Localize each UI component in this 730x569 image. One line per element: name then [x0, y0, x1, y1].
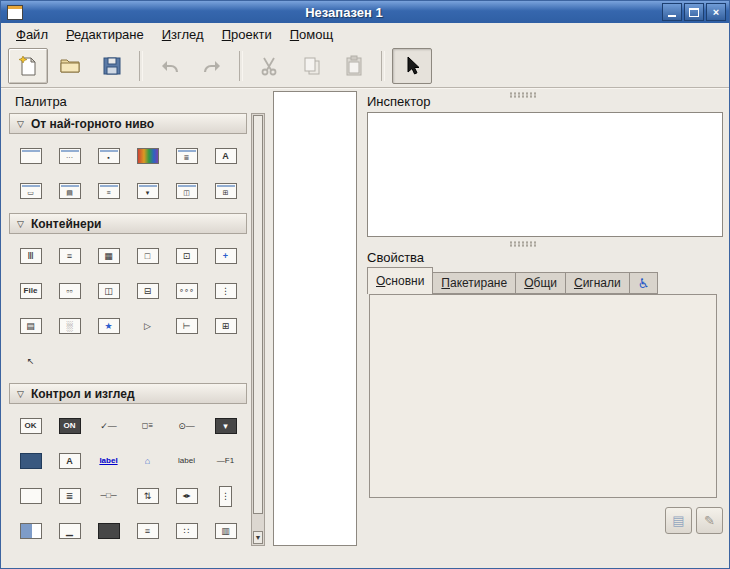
- palette-item-hpaned[interactable]: ◫: [93, 279, 125, 303]
- tab-accessibility[interactable]: ♿: [630, 272, 659, 294]
- scrollbar-thumb[interactable]: [253, 115, 263, 514]
- palette-item-toggle-button[interactable]: ON: [54, 414, 86, 438]
- palette-item-button[interactable]: OK: [15, 414, 47, 438]
- menu-file[interactable]: Файл: [7, 25, 57, 44]
- palette-item-expander[interactable]: ▷: [132, 314, 164, 338]
- palette-item-vbuttonbox[interactable]: ⋮: [210, 279, 242, 303]
- toolbar-separator: [381, 51, 385, 81]
- palette-item-alignment[interactable]: ↖: [15, 349, 47, 373]
- undo-icon: [158, 54, 182, 78]
- palette-item-combo-dialog[interactable]: ▾: [132, 179, 164, 203]
- pane-grip-handle[interactable]: [509, 241, 537, 247]
- new-button[interactable]: [8, 48, 48, 84]
- edit-button[interactable]: ✎: [696, 507, 723, 534]
- palette-item-menubar[interactable]: File: [15, 279, 47, 303]
- titlebar[interactable]: Незапазен 1 ×: [1, 1, 729, 23]
- palette-item-list-dialog[interactable]: ▤: [54, 179, 86, 203]
- palette-item-text-entry[interactable]: [15, 449, 47, 473]
- info-button[interactable]: ▤: [665, 507, 692, 534]
- palette-item-message-dialog[interactable]: ▪: [93, 144, 125, 168]
- palette-section-containers[interactable]: ▽ Контейнери: [9, 213, 247, 234]
- palette-item-text-view[interactable]: ≣: [54, 484, 86, 508]
- menubar: ФайлРедактиранеИзгледПроектиПомощ: [1, 23, 729, 45]
- palette-item-vscrollbar[interactable]: ⋮: [210, 484, 242, 508]
- expander-triangle-icon: ▽: [17, 219, 24, 229]
- tab-general[interactable]: Основни: [367, 267, 433, 294]
- workspace-canvas[interactable]: [273, 91, 357, 546]
- palette-item-layout[interactable]: ⊞: [210, 314, 242, 338]
- palette-item-progress-bar[interactable]: [15, 519, 47, 543]
- palette-item-handle-box[interactable]: ⊢: [171, 314, 203, 338]
- palette-item-accel-label[interactable]: —F1: [210, 449, 242, 473]
- palette-scrollbar[interactable]: ▼: [251, 113, 265, 546]
- minimize-icon[interactable]: [662, 3, 682, 21]
- palette-item-combo-box[interactable]: ▾: [210, 414, 242, 438]
- toolbar-separator: [139, 51, 143, 81]
- palette-item-entry[interactable]: [15, 484, 47, 508]
- palette-item-window[interactable]: [15, 144, 47, 168]
- expander-triangle-icon: ▽: [17, 119, 24, 129]
- info-icon: ▤: [672, 513, 684, 528]
- palette-item-custom-widget[interactable]: ★: [93, 314, 125, 338]
- menu-view[interactable]: Изглед: [153, 25, 213, 44]
- palette-item-image[interactable]: [93, 519, 125, 543]
- tab-common[interactable]: Общи: [516, 272, 566, 294]
- inspector-tree[interactable]: [367, 112, 723, 237]
- palette-item-option-menu[interactable]: ◻≡: [132, 414, 164, 438]
- pointer-button[interactable]: [392, 48, 432, 84]
- palette-item-dialog[interactable]: ···: [54, 144, 86, 168]
- close-icon[interactable]: ×: [706, 3, 726, 21]
- menu-help[interactable]: Помощ: [281, 25, 342, 44]
- maximize-icon[interactable]: [684, 3, 704, 21]
- palette-item-input-dialog[interactable]: ▭: [15, 179, 47, 203]
- menu-projects[interactable]: Проекти: [213, 25, 281, 44]
- palette-grid-containers: Ⅲ≡▦□⊡+File▫▫◫⊟∘∘∘⋮▤░★▷⊢⊞↖: [9, 234, 247, 383]
- palette-item-tree-view[interactable]: ▥: [210, 519, 242, 543]
- palette-item-color-selection-dialog[interactable]: [132, 144, 164, 168]
- tab-packing[interactable]: Пакетиране: [433, 272, 516, 294]
- palette-item-fixed[interactable]: □: [132, 244, 164, 268]
- palette-item-socket[interactable]: ⊞: [210, 179, 242, 203]
- copy-button: [292, 48, 332, 84]
- save-button[interactable]: [92, 48, 132, 84]
- palette-item-link-button[interactable]: label: [93, 449, 125, 473]
- palette-item-frame[interactable]: ⊡: [171, 244, 203, 268]
- palette-item-toolbar[interactable]: ▫▫: [54, 279, 86, 303]
- redo-icon: [200, 54, 224, 78]
- properties-buttons: ▤ ✎: [665, 507, 723, 534]
- palette-item-scrolled-window[interactable]: +: [210, 244, 242, 268]
- palette-item-vbox[interactable]: ≡: [54, 244, 86, 268]
- tab-signals[interactable]: Сигнали: [566, 272, 630, 294]
- palette-item-hscrollbar[interactable]: ◂▸: [171, 484, 203, 508]
- toolbar-separator: [239, 51, 243, 81]
- palette-item-icon-view[interactable]: ∷: [171, 519, 203, 543]
- open-button[interactable]: [50, 48, 90, 84]
- palette-item-plug[interactable]: ◫: [171, 179, 203, 203]
- inspector-title: Инспектор: [367, 94, 430, 109]
- palette-item-home-button[interactable]: ⌂: [132, 449, 164, 473]
- palette-item-label-widget[interactable]: A: [54, 449, 86, 473]
- palette-item-notebook[interactable]: ▤: [15, 314, 47, 338]
- palette-item-table[interactable]: ▦: [93, 244, 125, 268]
- palette-item-spin-button[interactable]: ⇅: [132, 484, 164, 508]
- palette-item-hbox[interactable]: Ⅲ: [15, 244, 47, 268]
- palette-item-vpaned[interactable]: ⊟: [132, 279, 164, 303]
- palette-grid-controls: OKON✓—◻≡⊙—▾Alabel⌂label—F1≣─□─⇅◂▸⋮▁≡∷▥: [9, 404, 247, 546]
- palette-section-controls[interactable]: ▽ Контрол и изглед: [9, 383, 247, 404]
- palette-item-font-selection-dialog[interactable]: ≣: [171, 144, 203, 168]
- palette-item-check-button[interactable]: ✓—: [93, 414, 125, 438]
- palette-item-viewport[interactable]: ░: [54, 314, 86, 338]
- palette-item-hbuttonbox[interactable]: ∘∘∘: [171, 279, 203, 303]
- palette-item-list-view[interactable]: ≡: [132, 519, 164, 543]
- palette-item-radio-button[interactable]: ⊙—: [171, 414, 203, 438]
- palette-item-about-dialog[interactable]: A: [210, 144, 242, 168]
- palette-section-toplevel[interactable]: ▽ От най-горното ниво: [9, 113, 247, 134]
- palette-item-hscale[interactable]: ─□─: [93, 484, 125, 508]
- palette-item-label[interactable]: label: [171, 449, 203, 473]
- palette-item-statusbar[interactable]: ▁: [54, 519, 86, 543]
- palette-item-file-chooser-dialog[interactable]: ≡: [93, 179, 125, 203]
- pane-grip-handle[interactable]: [509, 92, 537, 98]
- menu-edit[interactable]: Редактиране: [57, 25, 153, 44]
- window-title: Незапазен 1: [26, 5, 662, 20]
- scrollbar-down-arrow-icon[interactable]: ▼: [253, 531, 263, 544]
